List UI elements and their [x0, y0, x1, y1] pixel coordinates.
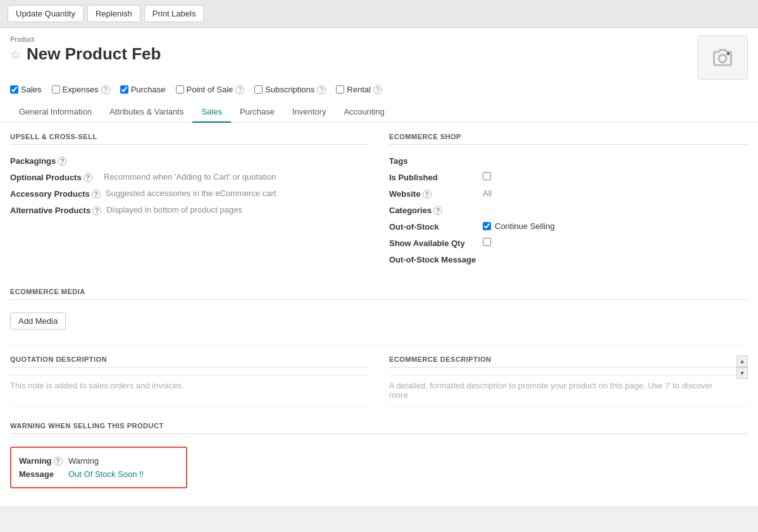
product-title: New Product Feb: [27, 44, 161, 64]
tags-field: Tags: [389, 152, 748, 169]
is-published-label: Is Published: [389, 172, 478, 182]
ecommerce-description-placeholder[interactable]: A detailed, formatted description to pro…: [389, 375, 748, 407]
expenses-checkbox-item: Expenses ?: [52, 85, 110, 94]
favorite-icon[interactable]: ☆: [10, 47, 22, 62]
quotation-description-placeholder[interactable]: This note is added to sales orders and i…: [10, 375, 369, 407]
description-scrollbar: ▲ ▼: [736, 356, 748, 379]
tags-label: Tags: [389, 156, 478, 166]
website-label: Website ?: [389, 189, 478, 199]
purchase-checkbox-item: Purchase: [120, 85, 166, 94]
packagings-help-icon[interactable]: ?: [58, 157, 66, 166]
print-labels-button[interactable]: Print Labels: [144, 5, 204, 22]
expenses-checkbox-label: Expenses: [63, 85, 99, 94]
pos-help-icon[interactable]: ?: [235, 85, 244, 94]
warning-field: Warning ? Warning: [19, 454, 178, 467]
ecommerce-description-section: ECOMMERCE DESCRIPTION A detailed, format…: [389, 356, 748, 407]
out-of-stock-checkbox[interactable]: [483, 222, 491, 230]
out-of-stock-message-field: Out-of-Stock Message: [389, 251, 748, 268]
ecommerce-description-title: ECOMMERCE DESCRIPTION: [389, 356, 748, 368]
warning-value: Warning: [68, 456, 99, 466]
divider: [10, 345, 748, 345]
is-published-field: Is Published: [389, 169, 748, 185]
ecommerce-media-section: ECOMMERCE MEDIA Add Media: [10, 288, 748, 330]
out-of-stock-label: Out-of-Stock: [389, 221, 478, 232]
pos-checkbox[interactable]: [176, 85, 184, 94]
warning-section: WARNING WHEN SELLING THIS PRODUCT Warnin…: [10, 422, 748, 488]
optional-products-help-icon[interactable]: ?: [84, 173, 92, 182]
subscriptions-checkbox-label: Subscriptions: [265, 85, 314, 94]
categories-label: Categories ?: [389, 205, 478, 215]
tab-accounting[interactable]: Accounting: [335, 102, 393, 123]
optional-products-label: Optional Products ?: [10, 172, 99, 182]
website-field: Website ? All: [389, 185, 748, 202]
scroll-down-button[interactable]: ▼: [736, 368, 748, 379]
is-published-value: [483, 172, 491, 180]
tab-general[interactable]: General Information: [10, 102, 101, 123]
pos-checkbox-item: Point of Sale ?: [176, 85, 245, 94]
categories-field: Categories ?: [389, 202, 748, 218]
rental-checkbox-item: Rental ?: [336, 85, 382, 94]
accessory-products-field: Accessory Products ? Suggested accessori…: [10, 185, 369, 202]
accessory-products-label: Accessory Products ?: [10, 189, 101, 199]
subscriptions-help-icon[interactable]: ?: [317, 85, 326, 94]
warning-help-icon[interactable]: ?: [54, 457, 63, 466]
website-value: All: [483, 189, 492, 198]
tab-sales[interactable]: Sales: [192, 102, 231, 123]
optional-products-field: Optional Products ? Recommend when 'Addi…: [10, 169, 369, 185]
sales-checkbox[interactable]: [10, 85, 18, 94]
show-available-qty-field: Show Available Qty: [389, 235, 748, 251]
replenish-button[interactable]: Replenish: [87, 5, 140, 22]
rental-help-icon[interactable]: ?: [373, 85, 382, 94]
upsell-section: UPSELL & CROSS-SELL Packagings ? Optiona…: [10, 133, 369, 268]
add-media-button[interactable]: Add Media: [10, 312, 66, 330]
product-image[interactable]: +: [697, 35, 748, 80]
alternative-products-field: Alternative Products ? Displayed in bott…: [10, 202, 369, 218]
out-of-stock-message-label: Out-of-Stock Message: [389, 254, 478, 264]
scroll-up-button[interactable]: ▲: [736, 356, 748, 367]
packagings-label: Packagings ?: [10, 156, 99, 166]
message-field: Message Out Of Stock Soon !!: [19, 467, 178, 481]
alternative-products-label: Alternative Products ?: [10, 205, 101, 215]
subscriptions-checkbox[interactable]: [254, 85, 263, 94]
expenses-checkbox[interactable]: [52, 85, 60, 94]
accessory-products-help-icon[interactable]: ?: [92, 190, 101, 199]
tab-purchase[interactable]: Purchase: [231, 102, 283, 123]
tab-attributes[interactable]: Attributes & Variants: [101, 102, 193, 123]
product-checkboxes: Sales Expenses ? Purchase Point of Sale …: [0, 80, 758, 99]
show-available-qty-checkbox[interactable]: [483, 238, 491, 246]
show-available-qty-value: [483, 238, 491, 246]
show-available-qty-label: Show Available Qty: [389, 238, 478, 248]
message-value: Out Of Stock Soon !!: [68, 469, 144, 479]
website-help-icon[interactable]: ?: [423, 190, 432, 199]
tab-inventory[interactable]: Inventory: [283, 102, 335, 123]
product-header: Product ☆ New Product Feb +: [0, 28, 758, 80]
ecommerce-shop-title: ECOMMERCE SHOP: [389, 133, 748, 145]
description-section: QUOTATION DESCRIPTION This note is added…: [10, 356, 748, 407]
alternative-products-value: Displayed in bottom of product pages: [106, 205, 242, 214]
pos-checkbox-label: Point of Sale: [187, 85, 233, 94]
ecommerce-shop-section: ECOMMERCE SHOP Tags Is Published Website…: [389, 133, 748, 268]
warning-section-title: WARNING WHEN SELLING THIS PRODUCT: [10, 422, 748, 434]
subscriptions-checkbox-item: Subscriptions ?: [254, 85, 326, 94]
quotation-description-title: QUOTATION DESCRIPTION: [10, 356, 369, 368]
ecommerce-media-title: ECOMMERCE MEDIA: [10, 288, 748, 300]
out-of-stock-value: Continue Selling: [483, 221, 555, 231]
categories-help-icon[interactable]: ?: [433, 206, 442, 215]
packagings-field: Packagings ?: [10, 152, 369, 169]
upsell-section-title: UPSELL & CROSS-SELL: [10, 133, 369, 145]
tab-content: UPSELL & CROSS-SELL Packagings ? Optiona…: [0, 123, 758, 498]
alternative-products-help-icon[interactable]: ?: [92, 206, 101, 215]
is-published-checkbox[interactable]: [483, 172, 491, 180]
rental-checkbox-label: Rental: [347, 85, 371, 94]
sales-checkbox-item: Sales: [10, 85, 42, 94]
purchase-checkbox[interactable]: [120, 85, 128, 94]
accessory-products-value: Suggested accessories in the eCommerce c…: [106, 189, 276, 198]
continue-selling-label: Continue Selling: [495, 221, 555, 231]
message-label: Message: [19, 469, 63, 479]
tabs-row: General Information Attributes & Variant…: [0, 102, 758, 123]
expenses-help-icon[interactable]: ?: [101, 85, 110, 94]
sales-checkbox-label: Sales: [21, 85, 42, 94]
update-quantity-button[interactable]: Update Quantity: [8, 5, 84, 22]
rental-checkbox[interactable]: [336, 85, 344, 94]
top-toolbar: Update Quantity Replenish Print Labels: [0, 0, 758, 28]
